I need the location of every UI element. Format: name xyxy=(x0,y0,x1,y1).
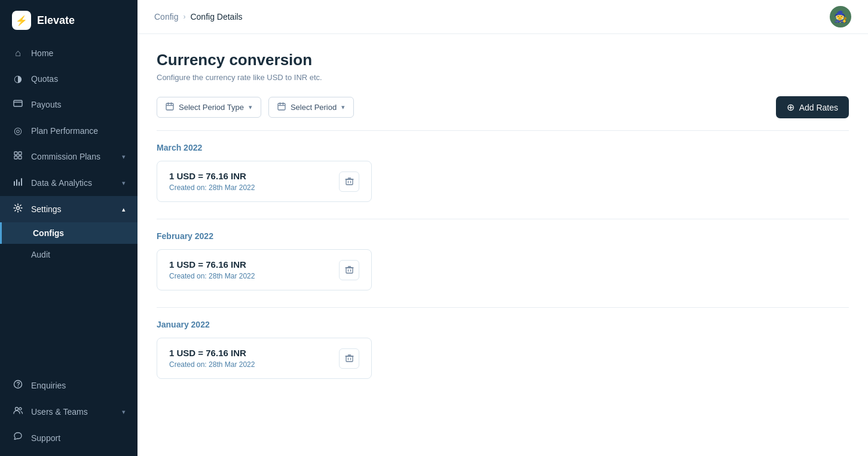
period-section-march: March 2022 1 USD = 76.16 INR Created on:… xyxy=(157,143,849,202)
rate-card-info-january: 1 USD = 76.16 INR Created on: 28th Mar 2… xyxy=(169,348,255,369)
svg-point-10 xyxy=(17,207,20,210)
rate-card-march: 1 USD = 76.16 INR Created on: 28th Mar 2… xyxy=(157,161,372,202)
sidebar-label-payouts: Payouts xyxy=(31,100,126,109)
sidebar-item-users-teams[interactable]: Users & Teams ▾ xyxy=(0,399,137,425)
divider-top xyxy=(157,130,849,131)
main-content: Config › Config Details 🧙 Currency conve… xyxy=(137,0,868,456)
svg-rect-28 xyxy=(346,268,353,273)
delete-button-january[interactable] xyxy=(339,348,359,369)
quotas-icon: ◑ xyxy=(12,73,24,84)
sidebar-label-home: Home xyxy=(31,48,126,58)
trash-icon-march xyxy=(345,177,354,186)
add-rates-button[interactable]: ⊕ Add Rates xyxy=(776,96,849,118)
topbar: Config › Config Details 🧙 xyxy=(137,0,868,34)
sidebar: ⚡ Elevate ⌂ Home ◑ Quotas Payouts ◎ Plan… xyxy=(0,0,137,456)
sidebar-label-support: Support xyxy=(31,433,126,443)
svg-rect-15 xyxy=(166,103,173,110)
sidebar-sublabel-configs: Configs xyxy=(33,228,64,238)
delete-button-february[interactable] xyxy=(339,260,359,280)
sidebar-label-enquiries: Enquiries xyxy=(31,381,126,390)
chevron-down-icon-2: ▾ xyxy=(122,179,126,187)
app-name: Elevate xyxy=(37,14,75,27)
rate-created-january: Created on: 28th Mar 2022 xyxy=(169,360,255,369)
sidebar-item-plan-performance[interactable]: ◎ Plan Performance xyxy=(0,118,137,143)
rate-card-january: 1 USD = 76.16 INR Created on: 28th Mar 2… xyxy=(157,338,372,379)
support-icon xyxy=(12,432,24,444)
data-analytics-icon xyxy=(12,177,24,189)
app-logo[interactable]: ⚡ Elevate xyxy=(0,0,137,41)
svg-rect-23 xyxy=(346,179,353,185)
rate-created-february: Created on: 28th Mar 2022 xyxy=(169,272,255,280)
breadcrumb-separator: › xyxy=(183,13,185,21)
delete-button-march[interactable] xyxy=(339,172,359,192)
sidebar-label-plan-performance: Plan Performance xyxy=(31,126,126,136)
payouts-icon xyxy=(12,99,24,111)
sidebar-sublabel-audit: Audit xyxy=(31,250,50,259)
sidebar-item-payouts[interactable]: Payouts xyxy=(0,91,137,118)
commission-plans-icon xyxy=(12,151,24,163)
enquiries-icon: ? xyxy=(12,380,24,391)
logo-icon: ⚡ xyxy=(12,11,31,30)
breadcrumb-parent[interactable]: Config xyxy=(154,12,178,22)
svg-rect-4 xyxy=(14,156,17,159)
rate-created-march: Created on: 28th Mar 2022 xyxy=(169,183,255,192)
chevron-down-icon: ▾ xyxy=(122,153,126,161)
page-title: Currency conversion xyxy=(157,51,849,69)
add-rates-plus-icon: ⊕ xyxy=(787,102,794,113)
sidebar-label-users-teams: Users & Teams xyxy=(31,407,115,417)
rate-card-info-march: 1 USD = 76.16 INR Created on: 28th Mar 2… xyxy=(169,171,255,192)
trash-icon-february xyxy=(345,265,354,274)
svg-point-14 xyxy=(19,408,22,410)
svg-text:?: ? xyxy=(17,381,20,388)
svg-rect-5 xyxy=(19,156,22,159)
content-area: Currency conversion Configure the curren… xyxy=(137,34,868,456)
chevron-down-icon-3: ▾ xyxy=(122,408,126,416)
calendar-icon-2 xyxy=(277,102,286,112)
rate-value-march: 1 USD = 76.16 INR xyxy=(169,171,255,181)
select-period-type-button[interactable]: Select Period Type ▾ xyxy=(157,97,261,118)
avatar[interactable]: 🧙 xyxy=(830,6,851,27)
breadcrumb-current: Config Details xyxy=(190,12,242,22)
chevron-down-period: ▾ xyxy=(341,103,345,111)
svg-rect-19 xyxy=(278,103,285,110)
period-heading-january: January 2022 xyxy=(157,320,849,329)
divider-2 xyxy=(157,307,849,308)
svg-rect-3 xyxy=(19,152,22,155)
sidebar-label-settings: Settings xyxy=(31,204,115,214)
sidebar-subitem-configs[interactable]: Configs xyxy=(0,222,137,244)
filters-row: Select Period Type ▾ Select Period ▾ xyxy=(157,96,849,118)
trash-icon-january xyxy=(345,354,354,363)
period-section-february: February 2022 1 USD = 76.16 INR Created … xyxy=(157,231,849,290)
sidebar-item-settings[interactable]: Settings ▴ xyxy=(0,196,137,222)
period-heading-february: February 2022 xyxy=(157,231,849,241)
rate-value-february: 1 USD = 76.16 INR xyxy=(169,259,255,270)
sidebar-item-quotas[interactable]: ◑ Quotas xyxy=(0,66,137,91)
divider-1 xyxy=(157,219,849,219)
sidebar-item-data-analytics[interactable]: Data & Analytics ▾ xyxy=(0,170,137,196)
chevron-up-icon: ▴ xyxy=(122,206,126,213)
select-period-label: Select Period xyxy=(291,103,337,112)
sidebar-item-support[interactable]: Support xyxy=(0,425,137,451)
chevron-down-period-type: ▾ xyxy=(249,103,252,111)
rate-card-info-february: 1 USD = 76.16 INR Created on: 28th Mar 2… xyxy=(169,259,255,280)
sidebar-subitem-audit[interactable]: Audit xyxy=(0,244,137,265)
sidebar-label-data-analytics: Data & Analytics xyxy=(31,178,115,188)
add-rates-label: Add Rates xyxy=(799,103,838,112)
breadcrumb: Config › Config Details xyxy=(154,12,243,22)
period-section-january: January 2022 1 USD = 76.16 INR Created o… xyxy=(157,320,849,379)
sidebar-label-commission-plans: Commission Plans xyxy=(31,152,115,161)
sidebar-item-commission-plans[interactable]: Commission Plans ▾ xyxy=(0,143,137,170)
users-teams-icon xyxy=(12,406,24,418)
plan-performance-icon: ◎ xyxy=(12,125,24,136)
settings-icon xyxy=(12,203,24,215)
period-heading-march: March 2022 xyxy=(157,143,849,152)
svg-rect-2 xyxy=(14,152,17,155)
select-period-button[interactable]: Select Period ▾ xyxy=(268,97,354,118)
sidebar-item-home[interactable]: ⌂ Home xyxy=(0,41,137,66)
filters-left: Select Period Type ▾ Select Period ▾ xyxy=(157,97,354,118)
rate-value-january: 1 USD = 76.16 INR xyxy=(169,348,255,358)
svg-rect-33 xyxy=(346,356,353,362)
sidebar-item-enquiries[interactable]: ? Enquiries xyxy=(0,372,137,399)
sidebar-label-quotas: Quotas xyxy=(31,74,126,84)
svg-point-13 xyxy=(16,408,19,411)
